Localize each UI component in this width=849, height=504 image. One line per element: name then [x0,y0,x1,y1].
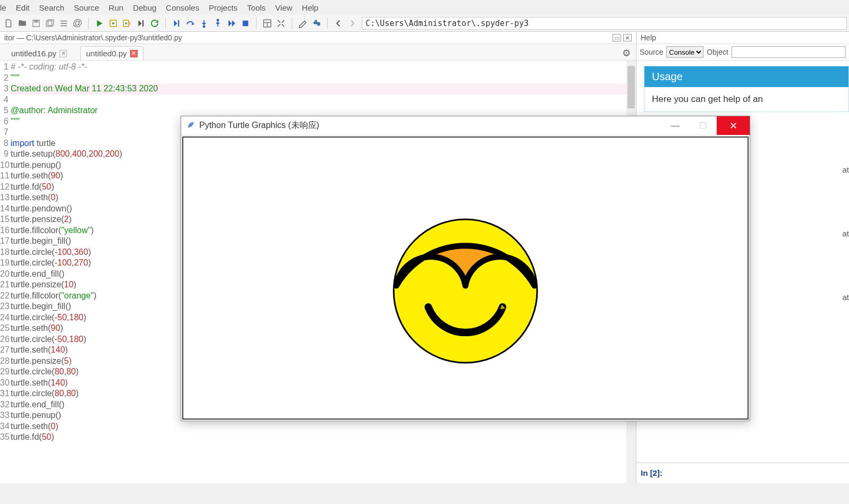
svg-point-12 [315,20,316,21]
step-into-icon[interactable] [198,17,210,30]
maximize-button[interactable]: ☐ [689,116,717,135]
step-out-icon[interactable] [211,17,224,30]
line-number-gutter: 1 2 3 4 5 6 7 8 9 10 11 12 13 14 15 16 1… [0,61,10,483]
open-file-icon[interactable] [16,17,29,30]
turtle-window-title: Python Turtle Graphics (未响应) [199,120,319,131]
usage-card: Usage Here you can get help of an [644,66,849,112]
object-input[interactable] [732,46,846,58]
close-tab-icon[interactable]: ✕ [60,50,67,57]
preferences-icon[interactable] [296,17,309,30]
menu-source[interactable]: Source [74,3,99,12]
menu-tools[interactable]: Tools [247,3,266,12]
run-icon[interactable] [93,17,106,30]
svg-point-9 [217,19,219,21]
menu-debug[interactable]: Debug [133,3,156,12]
editor-title-text: itor — C:\Users\Administrator\.spyder-py… [4,33,182,42]
save-icon[interactable] [30,17,43,30]
turtle-graphics-window[interactable]: Python Turtle Graphics (未响应) — ☐ ✕ [181,116,750,421]
svg-rect-1 [35,20,38,22]
close-button[interactable]: ✕ [717,116,750,135]
save-all-icon[interactable] [44,17,56,30]
clipped-text-fragments: at at at [842,159,849,308]
menu-projects[interactable]: Projects [209,3,237,12]
turtle-canvas [182,136,749,420]
menu-run[interactable]: Run [109,3,124,12]
menu-bar: le Edit Search Source Run Debug Consoles… [0,0,849,15]
pane-close-icon[interactable]: ✕ [623,34,632,41]
tab-options-icon[interactable]: ⚙ [622,47,631,59]
python-path-icon[interactable] [310,17,323,30]
at-icon[interactable]: @ [71,17,84,30]
rerun-icon[interactable] [148,17,161,30]
step-over-icon[interactable] [184,17,197,30]
pane-undock-icon[interactable]: ▭ [613,34,621,41]
usage-body: Here you can get help of an [644,87,848,112]
menu-edit[interactable]: Edit [16,3,30,12]
new-file-icon[interactable] [2,17,15,30]
source-label: Source [640,48,663,56]
menu-view[interactable]: View [275,3,292,12]
editor-title-bar: itor — C:\Users\Administrator\.spyder-py… [0,32,636,44]
source-select[interactable]: Console [666,46,703,58]
console-prompt: In [2]: [641,468,663,477]
feather-icon [186,121,195,131]
svg-point-13 [394,219,537,363]
maximize-icon[interactable] [275,17,287,30]
svg-rect-6 [142,20,143,27]
layout-icon[interactable] [261,17,274,30]
menu-search[interactable]: Search [39,3,65,12]
list-icon[interactable] [57,17,70,30]
run-cell-advance-icon[interactable] [121,17,133,30]
tab-untitled0[interactable]: untitled0.py ✕ [80,46,143,60]
editor-tabs: untitled16.py ✕ untitled0.py ✕ ⚙ [0,44,636,61]
close-tab-icon[interactable]: ✕ [130,50,138,57]
back-icon[interactable] [332,17,345,30]
svg-rect-10 [243,20,249,26]
svg-point-8 [203,25,205,27]
toolbar: @ [0,15,849,32]
run-selection-icon[interactable] [134,17,147,30]
usage-heading: Usage [644,66,848,87]
debug-icon[interactable] [170,17,183,30]
run-cell-icon[interactable] [107,17,120,30]
ipython-console[interactable]: In [2]: [636,463,849,483]
turtle-window-titlebar[interactable]: Python Turtle Graphics (未响应) — ☐ ✕ [181,116,750,135]
tab-label: untitled16.py [11,49,56,58]
stop-debug-icon[interactable] [239,17,252,30]
tab-untitled16[interactable]: untitled16.py ✕ [5,46,73,60]
menu-help[interactable]: Help [302,3,318,12]
menu-file[interactable]: le [0,3,6,12]
minimize-button[interactable]: — [661,116,689,135]
help-pane-title: Help [636,32,849,44]
tab-label: untitled0.py [86,49,127,58]
working-directory-input[interactable] [362,17,847,30]
svg-rect-7 [178,20,179,27]
smiley-face-drawing [386,211,545,371]
object-label: Object [707,48,728,56]
help-toolbar: Source Console Object [636,44,849,61]
menu-consoles[interactable]: Consoles [166,3,199,12]
forward-icon[interactable] [346,17,359,30]
continue-icon[interactable] [225,17,238,30]
